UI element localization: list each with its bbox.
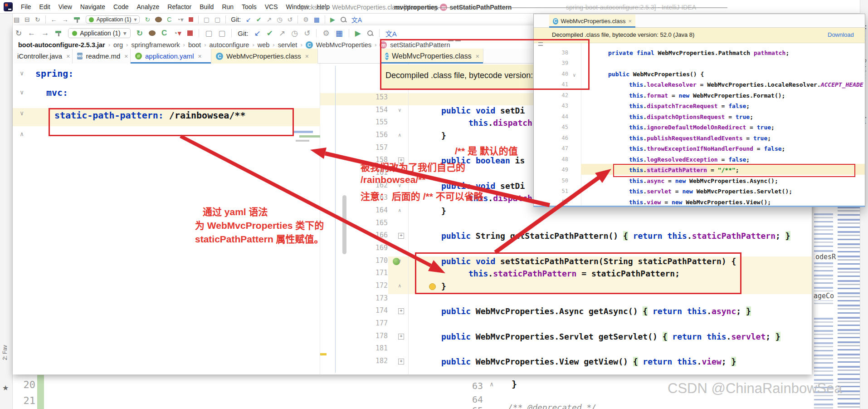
- close-icon[interactable]: ×: [124, 53, 128, 60]
- line-number[interactable]: 43: [550, 103, 568, 109]
- code-line[interactable]: public WebMvcProperties.View getView() {…: [441, 357, 736, 366]
- menu-run[interactable]: Run: [222, 3, 234, 10]
- code-line[interactable]: this.dispatchTraceRequest = false;: [629, 103, 750, 109]
- code-comment[interactable]: /** @deprecated */: [508, 403, 596, 409]
- translate-icon[interactable]: 文A: [351, 15, 362, 24]
- menu-navigate[interactable]: Navigate: [80, 3, 105, 10]
- fold-icon[interactable]: +: [398, 233, 404, 239]
- forward-icon[interactable]: →: [62, 16, 68, 23]
- line-number[interactable]: 170: [356, 256, 388, 265]
- fold-icon[interactable]: ∨: [398, 108, 401, 113]
- git-commit-icon[interactable]: ✔: [267, 29, 273, 38]
- menu-refactor[interactable]: Refactor: [167, 3, 191, 10]
- code-line[interactable]: }: [441, 131, 446, 140]
- open-icon[interactable]: ▤: [14, 16, 20, 23]
- tab-hicontroller-java[interactable]: iController.java×: [13, 49, 73, 64]
- favorites-star-icon[interactable]: ★: [2, 384, 9, 392]
- rollback-icon[interactable]: ↺: [287, 16, 293, 23]
- fold-icon[interactable]: ∧: [490, 382, 493, 387]
- fold-icon[interactable]: ∧: [20, 132, 24, 137]
- code-line[interactable]: this.logResolvedException = false;: [629, 156, 750, 163]
- forward-icon[interactable]: →: [41, 29, 49, 38]
- breadcrumb-org[interactable]: org: [113, 41, 123, 49]
- line-number[interactable]: 51: [550, 188, 568, 194]
- code-line[interactable]: private final WebMvcProperties.Pathmatch…: [608, 49, 789, 56]
- git-push-icon[interactable]: ↗: [267, 16, 272, 23]
- line-number[interactable]: 181: [356, 344, 388, 352]
- rollback-icon[interactable]: ↺: [304, 29, 310, 38]
- run-config-combo[interactable]: Application (1)▾: [68, 28, 131, 38]
- code-line[interactable]: this.servlet = new WebMvcProperties.Serv…: [629, 188, 792, 195]
- sync-icon[interactable]: ↻: [15, 29, 22, 38]
- settings-icon[interactable]: ⚙: [322, 29, 329, 38]
- menu-vcs[interactable]: VCS: [265, 3, 278, 10]
- line-number[interactable]: 171: [356, 269, 388, 277]
- breadcrumb-class[interactable]: WebMvcProperties: [316, 41, 371, 49]
- run-icon[interactable]: ↻: [137, 29, 143, 38]
- tab-webmvcproperties-class[interactable]: C WebMvcProperties.class×: [211, 49, 318, 64]
- history-icon[interactable]: ◷: [277, 16, 282, 23]
- code-line[interactable]: this.ignoreDefaultModelOnRedirect = true…: [629, 124, 775, 131]
- line-number[interactable]: 49: [550, 167, 568, 173]
- code-line[interactable]: }: [441, 206, 446, 216]
- line-number[interactable]: 48: [550, 156, 568, 163]
- line-number[interactable]: 46: [550, 135, 568, 141]
- breadcrumb-boot[interactable]: boot: [188, 41, 201, 49]
- line-number[interactable]: 45: [550, 124, 568, 130]
- run-icon[interactable]: ↻: [145, 16, 150, 23]
- line-number[interactable]: 173: [356, 294, 388, 302]
- line-number[interactable]: 166: [356, 231, 388, 239]
- git-commit-icon[interactable]: ✔: [256, 16, 262, 23]
- back-icon[interactable]: ←: [28, 29, 35, 38]
- line-number[interactable]: 50: [550, 177, 568, 184]
- breadcrumb-web[interactable]: web: [258, 41, 270, 49]
- sync-icon[interactable]: ↻: [35, 16, 40, 23]
- code-line[interactable]: this.format = new WebMvcProperties.Forma…: [629, 92, 785, 99]
- git-update-icon[interactable]: ↙: [254, 29, 261, 38]
- yaml-line-spring[interactable]: spring:: [35, 68, 73, 79]
- line-number[interactable]: 178: [356, 332, 388, 340]
- code-line[interactable]: this.view = new WebMvcProperties.View();: [629, 199, 771, 206]
- menu-build[interactable]: Build: [200, 3, 214, 10]
- fold-icon[interactable]: ∧: [398, 208, 401, 213]
- code-line[interactable]: this.dispatchOptionsRequest = true;: [629, 113, 753, 120]
- tab-readme-md[interactable]: MD readme.md×: [73, 49, 131, 64]
- breadcrumb-springframework[interactable]: springframework: [131, 41, 180, 49]
- close-icon[interactable]: ×: [66, 53, 70, 60]
- tab-application-yaml[interactable]: application.yaml×: [131, 49, 211, 64]
- fold-icon[interactable]: ∨: [20, 111, 24, 116]
- build-hammer-icon[interactable]: [55, 30, 62, 36]
- favorites-tool-button[interactable]: 2: Fav: [2, 345, 8, 360]
- fold-icon[interactable]: ∨: [20, 90, 24, 95]
- line-number[interactable]: 153: [356, 93, 388, 101]
- line-number[interactable]: 156: [356, 131, 388, 139]
- code-line[interactable]: public WebMvcProperties.Async getAsync()…: [441, 306, 751, 316]
- download-link[interactable]: Download: [828, 31, 854, 38]
- line-number[interactable]: 182: [356, 357, 388, 365]
- line-number[interactable]: 174: [356, 306, 388, 315]
- fold-icon[interactable]: +: [398, 359, 404, 365]
- coverage-icon[interactable]: C: [167, 16, 171, 23]
- debug-icon[interactable]: [155, 17, 162, 22]
- fold-icon[interactable]: +: [398, 308, 404, 314]
- class-line-number-63[interactable]: 63: [456, 380, 483, 391]
- line-number[interactable]: 177: [356, 319, 388, 327]
- line-number[interactable]: 157: [356, 143, 388, 152]
- code-line[interactable]: this.publishRequestHandledEvents = true;: [629, 135, 771, 142]
- code-line[interactable]: this.async = new WebMvcProperties.Async(…: [629, 177, 778, 184]
- code-line[interactable]: this.dispatch: [468, 118, 532, 128]
- profiler-icon[interactable]: ◔▾: [173, 29, 181, 38]
- run-anything-icon[interactable]: ▶: [330, 16, 335, 23]
- code-line[interactable]: public WebMvcProperties() {: [608, 71, 704, 78]
- history-icon[interactable]: ◷: [291, 29, 298, 38]
- git-update-icon[interactable]: ↙: [246, 16, 251, 23]
- stop-icon[interactable]: [189, 17, 193, 22]
- code-line[interactable]: public void setDi: [441, 106, 525, 115]
- line-number[interactable]: 42: [550, 92, 568, 99]
- menu-tools[interactable]: Tools: [242, 3, 257, 10]
- stop-icon[interactable]: [187, 30, 193, 36]
- run-anything-icon[interactable]: ▶: [355, 29, 361, 38]
- close-icon[interactable]: ×: [198, 53, 202, 60]
- code-line[interactable]: }: [512, 379, 517, 389]
- fold-icon[interactable]: ∨: [20, 71, 24, 76]
